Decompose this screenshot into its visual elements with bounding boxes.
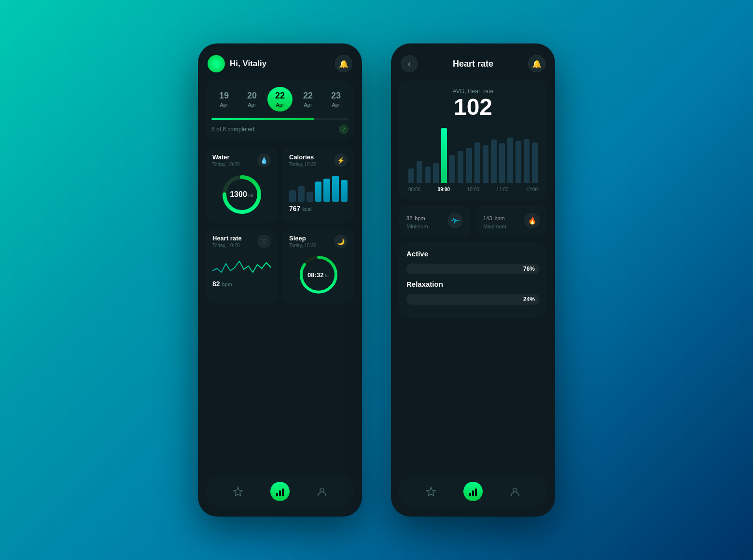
hr-bar-7: [458, 151, 463, 183]
min-stat-label: Minimum: [406, 224, 428, 229]
sleep-label: 08:32 hr: [307, 271, 329, 279]
cal-bar-3: [307, 192, 313, 202]
svg-point-1: [215, 61, 218, 64]
relax-title: Relaxation: [406, 280, 540, 288]
right-notification-button[interactable]: 🔔: [528, 55, 545, 72]
relax-progress-row: Relaxation 24%: [406, 280, 540, 305]
hr-bar-6: [449, 155, 455, 183]
x-label-1200: 12:00: [526, 187, 538, 192]
cal-day-label: Apr: [276, 102, 284, 108]
sleep-donut: 08:32 hr: [297, 253, 340, 296]
x-label-0800: 08:00: [408, 187, 420, 192]
svg-marker-7: [234, 487, 242, 496]
water-donut: 1300 ml: [220, 173, 264, 216]
activity-section: Active 76% Relaxation 24%: [399, 242, 547, 318]
back-button[interactable]: ‹: [401, 55, 418, 72]
right-phone: ‹ Heart rate 🔔 AVG, Heart rate 102 08:00: [391, 43, 555, 517]
min-stat-card[interactable]: 82 bpm Minimum: [399, 206, 471, 236]
hr-bar-12: [499, 143, 505, 183]
calories-subtitle: Today, 10:20: [289, 162, 317, 167]
water-value: 1300 ml: [230, 190, 253, 199]
heart-rate-bar-chart: [406, 125, 540, 183]
heart-value: 82 bpm: [212, 280, 271, 288]
cal-bar-2: [298, 186, 305, 202]
cal-day-20[interactable]: 20 Apr: [239, 87, 265, 112]
max-stat-label: Maximum: [483, 224, 506, 229]
notification-button[interactable]: 🔔: [335, 55, 352, 72]
nav-person-button[interactable]: [312, 482, 332, 501]
avatar[interactable]: [208, 55, 225, 72]
hr-bar-10: [483, 145, 488, 183]
water-label: 1300 ml: [230, 190, 253, 199]
x-label-1100: 11:00: [496, 187, 508, 192]
calendar-dates: 19 Apr 20 Apr 22 Apr 22 Apr 23 Apr: [211, 87, 349, 112]
calories-unit: kcal: [302, 207, 311, 212]
cal-day-19[interactable]: 19 Apr: [211, 87, 237, 112]
water-circle: 1300 ml: [212, 173, 271, 216]
chart-xaxis: 08:00 09:00 10:00 11:00 12:00: [406, 187, 540, 192]
cal-day-num: 22: [303, 91, 313, 101]
svg-rect-8: [276, 493, 278, 496]
calories-title-group: Calories Today, 10:20: [289, 154, 317, 167]
cal-bar-7: [341, 180, 348, 202]
cal-day-num: 22: [275, 91, 285, 101]
calendar-strip: 19 Apr 20 Apr 22 Apr 22 Apr 23 Apr: [206, 80, 354, 141]
water-card[interactable]: Water Today, 10:20 💧: [206, 147, 278, 223]
nav-star-button[interactable]: [228, 482, 248, 501]
right-bottom-nav: [399, 476, 547, 507]
nav-chart-button[interactable]: [270, 482, 290, 501]
heart-subtitle: Today, 10:20: [212, 243, 242, 248]
heart-rate-card[interactable]: Heart rate Today, 10:20 ♡ 82 b: [206, 228, 278, 303]
hr-bar-9: [474, 142, 480, 183]
cal-day-label: Apr: [220, 102, 228, 108]
cal-day-22[interactable]: 22 Apr: [295, 87, 321, 112]
calendar-progress-text: 5 of 6 completed ✓: [211, 125, 349, 134]
min-stat-value: 82 bpm: [406, 212, 428, 223]
greeting-text: Hi, Vitaliy: [230, 59, 266, 69]
hr-bar-4: [433, 163, 439, 183]
stats-row: 82 bpm Minimum 143 bpm Maximum 🔥: [399, 206, 547, 236]
right-nav-star-button[interactable]: [421, 482, 441, 501]
active-progress-pct: 76%: [523, 266, 535, 272]
relax-progress-bar-fill: [406, 294, 438, 305]
cal-day-22-active[interactable]: 22 Apr: [267, 87, 293, 112]
min-stat-info: 82 bpm Minimum: [406, 212, 428, 229]
hr-bar-8: [466, 148, 472, 183]
active-progress-bar-row: 76%: [406, 264, 540, 274]
heartbeat-icon: [447, 213, 463, 228]
relax-progress-pct: 24%: [523, 296, 535, 303]
sleep-header: Sleep Today, 10:20 🌙: [289, 235, 348, 248]
active-progress-row: Active 76%: [406, 250, 540, 274]
hr-bar-13: [507, 138, 513, 183]
active-progress-bar-fill: [406, 264, 508, 274]
left-bottom-nav: [206, 476, 354, 507]
hr-bar-11: [491, 140, 497, 183]
greeting-group: Hi, Vitaliy: [208, 55, 266, 72]
heart-wave: [212, 254, 271, 278]
calories-card[interactable]: Calories Today, 10:20 ⚡ 767 kcal: [282, 147, 354, 223]
hr-bar-14: [516, 141, 521, 182]
progress-label: 5 of 6 completed: [211, 126, 254, 133]
heart-title-group: Heart rate Today, 10:20: [212, 235, 242, 248]
flame-icon: 🔥: [524, 213, 540, 228]
left-header: Hi, Vitaliy 🔔: [206, 53, 354, 74]
x-label-0900: 09:00: [438, 187, 450, 192]
hr-bar-1: [408, 168, 414, 183]
relax-progress-bar-row: 24%: [406, 294, 540, 305]
svg-marker-12: [427, 487, 435, 496]
right-nav-person-button[interactable]: [505, 482, 525, 501]
cal-day-23[interactable]: 23 Apr: [323, 87, 349, 112]
right-nav-chart-button[interactable]: [463, 482, 483, 501]
right-header: ‹ Heart rate 🔔: [399, 53, 547, 74]
calendar-progress-track: [211, 118, 349, 120]
sleep-circle: 08:32 hr: [289, 253, 348, 296]
left-phone: Hi, Vitaliy 🔔 19 Apr 20 Apr 22 Apr 22 Ap…: [198, 43, 362, 517]
water-title: Water: [212, 154, 240, 161]
calories-title: Calories: [289, 154, 317, 161]
check-icon: ✓: [339, 125, 349, 134]
svg-rect-9: [279, 490, 281, 496]
max-stat-card[interactable]: 143 bpm Maximum 🔥: [475, 206, 547, 236]
sleep-card[interactable]: Sleep Today, 10:20 🌙: [282, 228, 354, 303]
sleep-title: Sleep: [289, 235, 317, 242]
svg-point-11: [320, 488, 324, 492]
